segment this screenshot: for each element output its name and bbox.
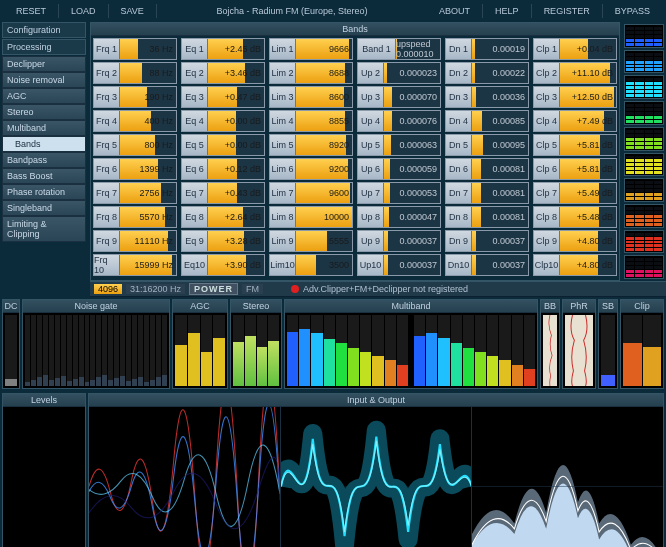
row-meter-9 <box>624 230 664 254</box>
eq-8-slider[interactable]: Eq 8+2.64 dB <box>181 206 265 228</box>
noise-gate-panel: Noise gate <box>22 299 170 389</box>
lim-8-slider[interactable]: Lim 810000 <box>269 206 353 228</box>
sidebar-item-limiting-clipping[interactable]: Limiting & Clipping <box>2 216 86 242</box>
eq-2-slider[interactable]: Eq 2+3.46 dB <box>181 62 265 84</box>
clp-4-slider[interactable]: Clp 4+7.49 dB <box>533 110 617 132</box>
dn-1-slider[interactable]: Dn 10.00019 <box>445 38 529 60</box>
eq-10-slider[interactable]: Eq10+3.90 dB <box>181 254 265 276</box>
load-button[interactable]: LOAD <box>59 4 109 18</box>
row-meter-7 <box>624 178 664 202</box>
up-6-slider[interactable]: Up 60.000059 <box>357 158 441 180</box>
clp-3-slider[interactable]: Clp 3+12.50 dB <box>533 86 617 108</box>
up-10-slider[interactable]: Up100.000037 <box>357 254 441 276</box>
frq-6-slider[interactable]: Frq 61399 Hz <box>93 158 177 180</box>
svg-rect-1 <box>565 315 593 386</box>
clp-7-slider[interactable]: Clp 7+5.49 dB <box>533 182 617 204</box>
eq-5-slider[interactable]: Eq 5+0.00 dB <box>181 134 265 156</box>
clp-1-slider[interactable]: Clp 1+0.04 dB <box>533 38 617 60</box>
sidebar-item-bandpass[interactable]: Bandpass <box>2 152 86 168</box>
agc-title: AGC <box>173 300 227 313</box>
sidebar-item-multiband[interactable]: Multiband <box>2 120 86 136</box>
lim-4-slider[interactable]: Lim 48855 <box>269 110 353 132</box>
sb-panel: SB <box>598 299 618 389</box>
eq-9-slider[interactable]: Eq 9+3.28 dB <box>181 230 265 252</box>
clp-5-slider[interactable]: Clp 5+5.81 dB <box>533 134 617 156</box>
io-panel: Input & Output <box>88 393 664 547</box>
preset-name[interactable]: Bojcha - Radium FM (Europe, Stereo) <box>157 6 427 16</box>
up-3-slider[interactable]: Up 30.000070 <box>357 86 441 108</box>
sidebar-item-stereo[interactable]: Stereo <box>2 104 86 120</box>
frq-8-slider[interactable]: Frq 85570 Hz <box>93 206 177 228</box>
bypass-button[interactable]: BYPASS <box>603 4 662 18</box>
sidebar-item-noise-removal[interactable]: Noise removal <box>2 72 86 88</box>
sidebar: Configuration Processing DeclipperNoise … <box>0 22 88 281</box>
dn-10-slider[interactable]: Dn100.00037 <box>445 254 529 276</box>
lim-2-slider[interactable]: Lim 28688 <box>269 62 353 84</box>
clp-9-slider[interactable]: Clp 9+4.80 dB <box>533 230 617 252</box>
eq-3-slider[interactable]: Eq 3+0.47 dB <box>181 86 265 108</box>
dn-5-slider[interactable]: Dn 50.00095 <box>445 134 529 156</box>
lim-5-slider[interactable]: Lim 58920 <box>269 134 353 156</box>
save-button[interactable]: SAVE <box>109 4 157 18</box>
lim-10-slider[interactable]: Lim103500 <box>269 254 353 276</box>
eq-4-slider[interactable]: Eq 4+0.00 dB <box>181 110 265 132</box>
bands-panel: Bands Frq 136 HzEq 1+2.45 dBLim 19666Ban… <box>90 22 620 281</box>
frq-7-slider[interactable]: Frq 72756 Hz <box>93 182 177 204</box>
clp-2-slider[interactable]: Clp 2+11.10 dB <box>533 62 617 84</box>
up-4-slider[interactable]: Up 40.000076 <box>357 110 441 132</box>
meter-strip: DC Noise gate AGC Stereo Multiband BB Ph… <box>0 297 666 391</box>
sidebar-item-phase-rotation[interactable]: Phase rotation <box>2 184 86 200</box>
dn-2-slider[interactable]: Dn 20.00022 <box>445 62 529 84</box>
status-bar: 4096 31:16200 Hz POWER FM Adv.Clipper+FM… <box>90 281 666 297</box>
up-9-slider[interactable]: Up 90.000037 <box>357 230 441 252</box>
sidebar-item-agc[interactable]: AGC <box>2 88 86 104</box>
sidebar-item-bands[interactable]: Bands <box>2 136 86 152</box>
dn-6-slider[interactable]: Dn 60.00081 <box>445 158 529 180</box>
up-8-slider[interactable]: Up 80.000047 <box>357 206 441 228</box>
bands-title: Bands <box>91 23 619 36</box>
frq-9-slider[interactable]: Frq 911110 Hz <box>93 230 177 252</box>
dn-3-slider[interactable]: Dn 30.00036 <box>445 86 529 108</box>
up-7-slider[interactable]: Up 70.000053 <box>357 182 441 204</box>
lim-7-slider[interactable]: Lim 79600 <box>269 182 353 204</box>
eq-6-slider[interactable]: Eq 6+0.12 dB <box>181 158 265 180</box>
levels-title: Levels <box>3 394 85 407</box>
frq-2-slider[interactable]: Frq 288 Hz <box>93 62 177 84</box>
help-button[interactable]: HELP <box>483 4 532 18</box>
status-buffer[interactable]: 4096 <box>94 284 122 294</box>
bottom-row: Levels Input & Output <box>0 391 666 547</box>
dn-8-slider[interactable]: Dn 80.00081 <box>445 206 529 228</box>
eq-7-slider[interactable]: Eq 7+0.43 dB <box>181 182 265 204</box>
sidebar-item-singleband[interactable]: Singleband <box>2 200 86 216</box>
multiband-panel: Multiband <box>284 299 538 389</box>
lim-1-slider[interactable]: Lim 19666 <box>269 38 353 60</box>
sb-title: SB <box>599 300 617 313</box>
dc-title: DC <box>3 300 19 313</box>
about-button[interactable]: ABOUT <box>427 4 483 18</box>
sidebar-header-config[interactable]: Configuration <box>2 22 86 38</box>
frq-5-slider[interactable]: Frq 5800 Hz <box>93 134 177 156</box>
dn-4-slider[interactable]: Dn 40.00085 <box>445 110 529 132</box>
lim-3-slider[interactable]: Lim 38600 <box>269 86 353 108</box>
frq-4-slider[interactable]: Frq 4400 Hz <box>93 110 177 132</box>
clp-6-slider[interactable]: Clp 6+5.81 dB <box>533 158 617 180</box>
sidebar-header-processing[interactable]: Processing <box>2 39 86 55</box>
clp-10-slider[interactable]: Clp10+4.80 dB <box>533 254 617 276</box>
clp-8-slider[interactable]: Clp 8+5.48 dB <box>533 206 617 228</box>
frq-1-slider[interactable]: Frq 136 Hz <box>93 38 177 60</box>
dn-9-slider[interactable]: Dn 90.00037 <box>445 230 529 252</box>
eq-1-slider[interactable]: Eq 1+2.45 dB <box>181 38 265 60</box>
lim-9-slider[interactable]: Lim 95555 <box>269 230 353 252</box>
up-1-slider[interactable]: Band 1upspeed 0.000010 <box>357 38 441 60</box>
lim-6-slider[interactable]: Lim 69200 <box>269 158 353 180</box>
sidebar-item-bass-boost[interactable]: Bass Boost <box>2 168 86 184</box>
reset-button[interactable]: RESET <box>4 4 59 18</box>
sidebar-item-declipper[interactable]: Declipper <box>2 56 86 72</box>
register-button[interactable]: REGISTER <box>532 4 603 18</box>
dn-7-slider[interactable]: Dn 70.00081 <box>445 182 529 204</box>
row-meter-8 <box>624 204 664 228</box>
up-2-slider[interactable]: Up 20.000023 <box>357 62 441 84</box>
frq-3-slider[interactable]: Frq 3190 Hz <box>93 86 177 108</box>
frq-10-slider[interactable]: Frq 1015999 Hz <box>93 254 177 276</box>
up-5-slider[interactable]: Up 50.000063 <box>357 134 441 156</box>
